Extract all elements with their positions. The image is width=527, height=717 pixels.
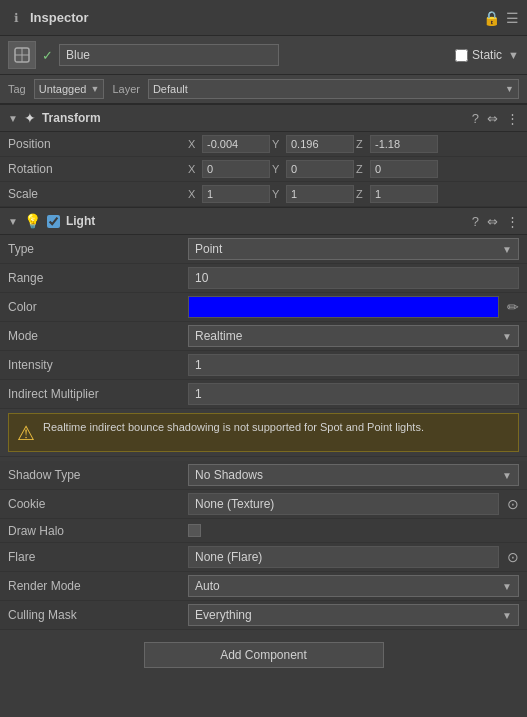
indirect-multiplier-input[interactable] [188,383,519,405]
indirect-multiplier-value [188,383,519,405]
intensity-value [188,354,519,376]
flare-value: None (Flare) ⊙ [188,546,519,568]
cookie-row: Cookie None (Texture) ⊙ [0,490,527,519]
pos-y-input[interactable] [286,135,354,153]
pos-x-input[interactable] [202,135,270,153]
pos-z-label: Z [356,138,368,150]
shadow-type-arrow: ▼ [502,470,512,481]
info-icon: ℹ [8,10,24,26]
static-dropdown-arrow[interactable]: ▼ [508,49,519,61]
type-dropdown[interactable]: Point ▼ [188,238,519,260]
color-swatch[interactable] [188,296,499,318]
range-row: Range [0,264,527,293]
range-input[interactable] [188,267,519,289]
cookie-field[interactable]: None (Texture) [188,493,499,515]
transform-icon: ✦ [24,110,36,126]
draw-halo-checkbox[interactable] [188,524,201,537]
culling-mask-text: Everything [195,608,252,622]
cookie-label: Cookie [8,497,188,511]
menu-icon[interactable]: ☰ [506,10,519,26]
rot-z-input[interactable] [370,160,438,178]
light-help-btn[interactable]: ? [472,214,479,229]
mode-dropdown-arrow: ▼ [502,331,512,342]
tag-arrow: ▼ [90,84,99,94]
flare-target-icon[interactable]: ⊙ [507,549,519,565]
intensity-input[interactable] [188,354,519,376]
color-value: ✏ [188,296,519,318]
flare-row: Flare None (Flare) ⊙ [0,543,527,572]
rot-x-input[interactable] [202,160,270,178]
range-label: Range [8,271,188,285]
tag-layer-row: Tag Untagged ▼ Layer Default ▼ [0,75,527,104]
light-collapse-arrow[interactable]: ▼ [8,216,18,227]
shadow-type-label: Shadow Type [8,468,188,482]
transform-section-header: ▼ ✦ Transform ? ⇔ ⋮ [0,104,527,132]
lock-icon[interactable]: 🔒 [483,10,500,26]
scale-xyz: X Y Z [188,185,519,203]
render-mode-row: Render Mode Auto ▼ [0,572,527,601]
transform-settings-btn[interactable]: ⇔ [487,111,498,126]
culling-mask-dropdown[interactable]: Everything ▼ [188,604,519,626]
light-title: Light [66,214,466,228]
transform-collapse-arrow[interactable]: ▼ [8,113,18,124]
scale-x-input[interactable] [202,185,270,203]
indirect-multiplier-label: Indirect Multiplier [8,387,188,401]
draw-halo-row: Draw Halo [0,519,527,543]
rot-y-label: Y [272,163,284,175]
cookie-target-icon[interactable]: ⊙ [507,496,519,512]
color-row: Color ✏ [0,293,527,322]
object-name-input[interactable] [59,44,279,66]
cookie-value: None (Texture) ⊙ [188,493,519,515]
light-enabled-checkbox[interactable] [47,215,60,228]
mode-dropdown[interactable]: Realtime ▼ [188,325,519,347]
mode-value: Realtime ▼ [188,325,519,347]
pos-z-input[interactable] [370,135,438,153]
scale-x-label: X [188,188,200,200]
intensity-label: Intensity [8,358,188,372]
light-section-header: ▼ 💡 Light ? ⇔ ⋮ [0,207,527,235]
shadow-type-dropdown[interactable]: No Shadows ▼ [188,464,519,486]
flare-field[interactable]: None (Flare) [188,546,499,568]
light-properties: Type Point ▼ Range Color ✏ Mode Realtime… [0,235,527,409]
color-picker-icon[interactable]: ✏ [507,299,519,315]
render-mode-label: Render Mode [8,579,188,593]
scale-label: Scale [8,187,188,201]
separator-1 [0,456,527,457]
render-mode-text: Auto [195,579,220,593]
layer-dropdown[interactable]: Default ▼ [148,79,519,99]
light-icon: 💡 [24,213,41,229]
layer-arrow: ▼ [505,84,514,94]
scale-z-input[interactable] [370,185,438,203]
shadow-type-value: No Shadows ▼ [188,464,519,486]
transform-menu-btn[interactable]: ⋮ [506,111,519,126]
rotation-row: Rotation X Y Z [0,157,527,182]
culling-mask-label: Culling Mask [8,608,188,622]
add-component-button[interactable]: Add Component [144,642,384,668]
mode-row: Mode Realtime ▼ [0,322,527,351]
render-mode-dropdown[interactable]: Auto ▼ [188,575,519,597]
type-row: Type Point ▼ [0,235,527,264]
scale-y-input[interactable] [286,185,354,203]
static-checkbox[interactable] [455,49,468,62]
scale-z-label: Z [356,188,368,200]
mode-dropdown-text: Realtime [195,329,242,343]
light-menu-btn[interactable]: ⋮ [506,214,519,229]
transform-help-btn[interactable]: ? [472,111,479,126]
rotation-xyz: X Y Z [188,160,519,178]
object-icon [8,41,36,69]
flare-label: Flare [8,550,188,564]
intensity-row: Intensity [0,351,527,380]
light-properties-2: Shadow Type No Shadows ▼ Cookie None (Te… [0,461,527,630]
rot-y-input[interactable] [286,160,354,178]
scale-row: Scale X Y Z [0,182,527,207]
color-label: Color [8,300,188,314]
light-settings-btn[interactable]: ⇔ [487,214,498,229]
position-label: Position [8,137,188,151]
tag-dropdown[interactable]: Untagged ▼ [34,79,105,99]
scale-y-label: Y [272,188,284,200]
cookie-text: None (Texture) [195,497,492,511]
culling-mask-arrow: ▼ [502,610,512,621]
enabled-checkmark[interactable]: ✓ [42,48,53,63]
title-bar: ℹ Inspector 🔒 ☰ [0,0,527,36]
rotation-label: Rotation [8,162,188,176]
